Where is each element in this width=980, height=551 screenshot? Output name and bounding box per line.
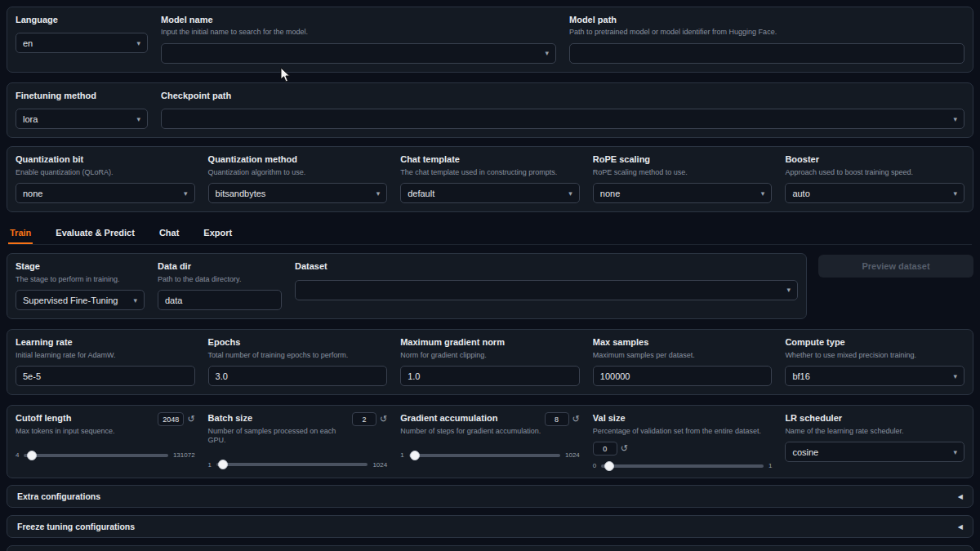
slider-max-label: 1024 <box>372 461 387 469</box>
reset-icon[interactable]: ↺ <box>572 415 580 424</box>
quantization-method-value: bitsandbytes <box>216 189 372 198</box>
slider-max-label: 131072 <box>173 451 195 459</box>
lr-scheduler-label: LR scheduler <box>785 412 964 424</box>
learning-rate-info: Initial learning rate for AdamW. <box>16 351 195 361</box>
chevron-down-icon: ▾ <box>786 286 791 294</box>
learning-rate-input[interactable]: 5e-5 <box>16 366 195 386</box>
quantization-bit-value: none <box>23 189 179 198</box>
slider-min-label: 4 <box>16 451 19 459</box>
model-path-info: Path to pretrained model or model identi… <box>569 28 964 38</box>
chat-template-label: Chat template <box>400 153 580 165</box>
cutoff-length-number[interactable]: 2048 <box>158 412 184 426</box>
model-name-dropdown[interactable]: ▾ <box>161 43 556 64</box>
max-grad-norm-input[interactable]: 1.0 <box>400 366 580 386</box>
tab-export[interactable]: Export <box>202 222 234 244</box>
finetuning-method-field: Finetuning method lora ▾ <box>16 90 148 129</box>
rope-scaling-info: RoPE scaling method to use. <box>593 168 773 178</box>
epochs-info: Total number of training epochs to perfo… <box>208 351 388 361</box>
max-grad-norm-field: Maximum gradient norm Norm for gradient … <box>400 336 580 386</box>
epochs-input[interactable]: 3.0 <box>208 366 388 386</box>
gradient-accumulation-slider[interactable] <box>409 454 560 457</box>
chevron-down-icon: ▾ <box>953 448 957 456</box>
booster-dropdown[interactable]: auto ▾ <box>785 183 964 203</box>
reset-icon[interactable]: ↺ <box>621 444 628 453</box>
checkpoint-path-dropdown[interactable]: ▾ <box>161 109 964 129</box>
lr-scheduler-info: Name of the learning rate scheduler. <box>785 427 964 437</box>
slider-handle[interactable] <box>218 460 228 469</box>
chevron-down-icon: ▾ <box>133 296 137 304</box>
val-size-number[interactable]: 0 <box>593 442 617 455</box>
chevron-down-icon: ▾ <box>761 189 765 198</box>
max-samples-input[interactable]: 100000 <box>593 366 773 386</box>
slider-handle[interactable] <box>410 451 420 460</box>
quantization-method-dropdown[interactable]: bitsandbytes ▾ <box>208 183 388 203</box>
batch-size-slider[interactable] <box>216 463 368 466</box>
max-grad-norm-value: 1.0 <box>408 371 572 381</box>
slider-handle[interactable] <box>604 461 614 471</box>
max-samples-label: Max samples <box>593 336 773 348</box>
epochs-value: 3.0 <box>216 371 381 381</box>
language-field: Language en ▾ <box>16 14 148 64</box>
sliders-card: Cutoff length Max tokens in input sequen… <box>7 405 973 478</box>
data-dir-input[interactable]: data <box>158 290 282 310</box>
tab-train[interactable]: Train <box>8 222 33 244</box>
accordion-freeze-tuning-configurations[interactable]: Freeze tuning configurations ◀ <box>7 515 973 538</box>
cutoff-length-slider[interactable] <box>24 454 167 457</box>
reset-icon[interactable]: ↺ <box>187 415 194 424</box>
model-path-field: Model path Path to pretrained model or m… <box>569 14 964 64</box>
finetuning-method-label: Finetuning method <box>16 90 148 101</box>
chevron-down-icon: ▾ <box>136 39 140 47</box>
quantization-method-field: Quantization method Quantization algorit… <box>208 153 388 203</box>
compute-type-dropdown[interactable]: bf16 ▾ <box>785 366 964 386</box>
accordion-extra-configurations[interactable]: Extra configurations ◀ <box>7 485 973 508</box>
stage-label: Stage <box>16 260 145 272</box>
model-path-input[interactable] <box>569 43 964 64</box>
chevron-down-icon: ▾ <box>953 189 957 198</box>
preview-dataset-column: Preview dataset <box>818 253 973 319</box>
batch-size-info: Number of samples processed on each GPU. <box>208 427 352 446</box>
accordion-label: Freeze tuning configurations <box>17 522 135 531</box>
data-dir-label: Data dir <box>158 260 282 272</box>
stage-value: Supervised Fine-Tuning <box>23 295 128 305</box>
chat-template-field: Chat template The chat template used in … <box>400 153 580 203</box>
mouse-cursor <box>280 67 292 83</box>
gradient-accumulation-info: Number of steps for gradient accumulatio… <box>400 427 541 437</box>
language-dropdown[interactable]: en ▾ <box>16 33 148 53</box>
stage-dropdown[interactable]: Supervised Fine-Tuning ▾ <box>16 290 145 310</box>
checkpoint-path-label: Checkpoint path <box>161 90 964 101</box>
slider-min-label: 1 <box>208 461 212 469</box>
gradient-accumulation-number[interactable]: 8 <box>545 412 569 426</box>
preview-dataset-button[interactable]: Preview dataset <box>818 255 973 278</box>
rope-scaling-dropdown[interactable]: none ▾ <box>593 183 773 203</box>
slider-handle[interactable] <box>27 451 37 460</box>
val-size-slider[interactable] <box>601 464 764 468</box>
accordion-label: Extra configurations <box>17 491 100 501</box>
finetuning-card: Finetuning method lora ▾ Checkpoint path… <box>7 82 973 138</box>
max-samples-field: Max samples Maximum samples per dataset.… <box>593 336 773 386</box>
chat-template-value: default <box>408 189 564 198</box>
lr-scheduler-field: LR scheduler Name of the learning rate s… <box>785 412 964 469</box>
tab-chat[interactable]: Chat <box>158 222 180 244</box>
tab-evaluate-predict[interactable]: Evaluate & Predict <box>54 222 136 244</box>
reset-icon[interactable]: ↺ <box>380 415 387 424</box>
chevron-down-icon: ▾ <box>136 115 140 123</box>
model-name-info: Input the initial name to search for the… <box>161 28 556 38</box>
quantization-bit-info: Enable quantization (QLoRA). <box>16 168 195 178</box>
accordion-arrow-icon: ◀ <box>958 523 963 531</box>
quantization-bit-dropdown[interactable]: none ▾ <box>16 183 195 203</box>
stage-row: Stage The stage to perform in training. … <box>7 253 973 319</box>
dataset-dropdown[interactable]: ▾ <box>295 280 798 300</box>
batch-size-label: Batch size <box>208 412 352 424</box>
epochs-field: Epochs Total number of training epochs t… <box>208 336 388 386</box>
checkpoint-path-field: Checkpoint path ▾ <box>161 90 964 129</box>
finetuning-method-dropdown[interactable]: lora ▾ <box>16 109 148 129</box>
chat-template-dropdown[interactable]: default ▾ <box>400 183 580 203</box>
chevron-down-icon: ▾ <box>545 49 549 57</box>
dataset-field: Dataset ▾ <box>295 260 798 310</box>
accordion-lora-configurations[interactable]: LoRA configurations ◀ <box>7 545 973 551</box>
max-samples-value: 100000 <box>600 371 765 381</box>
model-selection-card: Language en ▾ Model name Input the initi… <box>7 7 973 73</box>
batch-size-number[interactable]: 2 <box>352 412 376 426</box>
lr-scheduler-dropdown[interactable]: cosine ▾ <box>785 442 964 462</box>
model-name-field: Model name Input the initial name to sea… <box>161 14 556 64</box>
